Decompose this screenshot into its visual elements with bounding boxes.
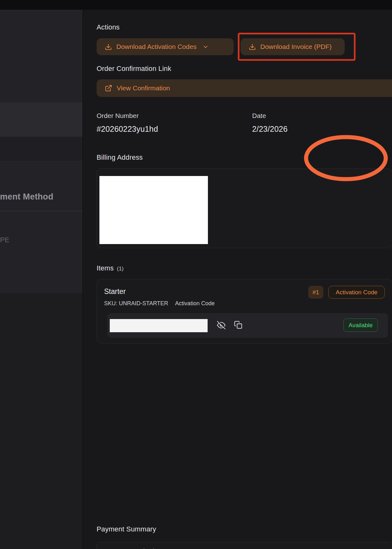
payment-method-label-partial: Payment Method — [104, 547, 154, 549]
chevron-down-icon — [202, 44, 209, 50]
item-type-badge: Activation Code — [328, 286, 385, 299]
copy-code-button[interactable] — [234, 321, 242, 329]
toggle-code-visibility-button[interactable] — [217, 321, 225, 329]
top-bar — [0, 0, 392, 10]
background-page: ment Method PE — [0, 10, 82, 549]
item-name: Starter — [104, 287, 126, 296]
eye-off-icon — [217, 321, 225, 329]
background-row[interactable] — [0, 137, 82, 162]
order-drawer: Actions Download Activation Codes Downlo… — [82, 10, 392, 549]
confirmation-link-heading: Order Confirmation Link — [97, 65, 171, 73]
item-type: Activation Code — [175, 300, 215, 307]
activation-code-redacted — [110, 319, 208, 332]
item-index-badge: #1 — [308, 286, 323, 299]
download-invoice-label: Download Invoice (PDF) — [260, 43, 332, 51]
order-details-screen: ment Method PE Actions Download Activati… — [0, 0, 392, 549]
order-number-value: #20260223yu1hd — [97, 125, 158, 134]
item-card: Starter SKU: UNRAID-STARTER Activation C… — [97, 279, 392, 344]
actions-heading: Actions — [97, 23, 120, 31]
billing-address-heading: Billing Address — [97, 153, 143, 162]
divider — [0, 211, 82, 211]
external-link-icon — [105, 84, 112, 92]
date-value: 2/23/2026 — [252, 125, 288, 134]
availability-badge: Available — [343, 318, 378, 332]
background-lower-area — [0, 293, 82, 549]
download-icon — [105, 43, 112, 51]
activation-code-panel: Available — [107, 313, 388, 338]
payment-method-heading-partial: ment Method — [0, 192, 82, 202]
payment-summary-heading: Payment Summary — [97, 525, 156, 533]
order-number-label: Order Number — [97, 112, 139, 120]
background-selected-row[interactable] — [0, 103, 82, 136]
billing-address-redacted — [99, 176, 208, 244]
download-invoice-button[interactable]: Download Invoice (PDF) — [241, 38, 345, 55]
item-sku: SKU: UNRAID-STARTER — [104, 300, 168, 307]
payment-summary-card: Payment Method — [97, 542, 392, 549]
items-heading-label: Items — [97, 264, 114, 272]
billing-address-card — [97, 168, 392, 248]
processor-text-partial: PE — [0, 236, 9, 244]
download-activation-codes-label: Download Activation Codes — [116, 43, 197, 51]
items-heading: Items(1) — [97, 264, 124, 272]
download-icon — [249, 43, 256, 51]
copy-icon — [234, 321, 242, 329]
view-confirmation-label: View Confirmation — [117, 84, 170, 92]
view-confirmation-button[interactable]: View Confirmation — [97, 79, 392, 97]
items-count: (1) — [117, 266, 124, 272]
date-label: Date — [252, 112, 266, 120]
item-sku-row: SKU: UNRAID-STARTER Activation Code — [104, 300, 215, 307]
download-activation-codes-button[interactable]: Download Activation Codes — [97, 38, 234, 55]
